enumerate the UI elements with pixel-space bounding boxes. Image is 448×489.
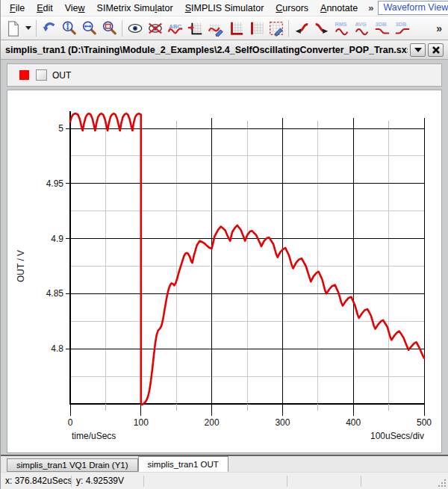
- series-color-swatch: [19, 70, 29, 80]
- menu-file[interactable]: File: [4, 1, 31, 16]
- close-icon: [432, 46, 441, 54]
- svg-text:4.8: 4.8: [51, 343, 63, 354]
- status-bar: x: 376.842uSecs y: 4.92539V: [1, 472, 448, 489]
- 3db-highpass-icon: 3DB: [393, 20, 411, 37]
- new-graph-button[interactable]: [3, 18, 23, 38]
- svg-text:200: 200: [205, 417, 220, 428]
- waveform-plot[interactable]: 010020030040050054.954.94.854.8time/uSec…: [7, 90, 442, 450]
- lowpass-3db-button[interactable]: 3DB: [372, 18, 392, 38]
- viewer-mode-value: Waveform Viewer: [379, 1, 448, 14]
- add-grid-button[interactable]: [246, 18, 266, 38]
- curve-pencil-icon: [208, 20, 224, 37]
- new-document-icon: [5, 20, 22, 37]
- svg-text:100uSecs/div: 100uSecs/div: [370, 431, 424, 441]
- avg-button[interactable]: AVG: [352, 18, 372, 38]
- grid-pencil-icon: [268, 20, 284, 37]
- menu-simetrix-simulator[interactable]: SIMetrix Simulator: [91, 1, 179, 16]
- chevron-down-icon: [414, 48, 422, 52]
- undo-button[interactable]: [39, 18, 59, 38]
- menu-bar: File Edit View SIMetrix Simulator SIMPLI…: [1, 0, 448, 16]
- eye-crossed-icon: [147, 20, 164, 37]
- chart-panel: 010020030040050054.954.94.854.8time/uSec…: [7, 90, 442, 453]
- axis-grid-icon: [228, 20, 244, 37]
- waveform-viewer-window: File Edit View SIMetrix Simulator SIMPLI…: [0, 0, 448, 489]
- svg-text:100: 100: [134, 417, 149, 428]
- abc-curve-icon: ABC: [167, 20, 184, 37]
- arrow-to-grid-icon: [187, 20, 204, 37]
- cursor-x-readout: x: 376.842uSecs: [1, 476, 71, 487]
- previous-curve-button[interactable]: [291, 18, 311, 38]
- edit-grid-button[interactable]: [266, 18, 286, 38]
- legend-panel: OUT: [7, 63, 442, 87]
- toolbar-overflow-chevron-icon[interactable]: »: [432, 22, 446, 34]
- label-curve-button[interactable]: ABC: [165, 18, 185, 38]
- edit-curve-button[interactable]: [205, 18, 225, 38]
- menu-overflow-chevron-icon[interactable]: »: [364, 2, 378, 13]
- svg-text:5: 5: [58, 123, 63, 134]
- resize-grip[interactable]: [444, 485, 446, 487]
- zoom-box-button[interactable]: [99, 18, 119, 38]
- undo-arrow-icon: [41, 20, 57, 37]
- move-curve-button[interactable]: [185, 18, 205, 38]
- viewer-mode-combobox[interactable]: Waveform Viewer: [378, 1, 448, 15]
- zoom-horizontal-icon: [81, 20, 98, 37]
- svg-text:4.85: 4.85: [46, 288, 64, 299]
- highpass-3db-button[interactable]: 3DB: [392, 18, 412, 38]
- graph-window-title: simplis_tran1 (D:\Training\Module_2_Exam…: [5, 45, 408, 55]
- svg-text:time/uSecs: time/uSecs: [72, 431, 116, 441]
- zoom-vertical-icon: [61, 20, 78, 37]
- curve-arrow-left-icon: [293, 20, 310, 37]
- zoom-box-icon: [102, 20, 118, 37]
- eye-icon: [127, 20, 143, 37]
- svg-text:4.9: 4.9: [51, 234, 63, 244]
- svg-text:4.95: 4.95: [46, 178, 64, 189]
- avg-sine-icon: AVG: [353, 20, 371, 37]
- menu-view[interactable]: View: [59, 1, 91, 16]
- 3db-lowpass-icon: 3DB: [373, 20, 391, 37]
- svg-text:500: 500: [417, 417, 432, 428]
- svg-text:3DB: 3DB: [395, 21, 406, 28]
- legend-series-label: OUT: [52, 70, 71, 81]
- svg-text:300: 300: [275, 417, 290, 428]
- rms-button[interactable]: RMS: [332, 18, 352, 38]
- graph-window-titlebar: simplis_tran1 (D:\Training\Module_2_Exam…: [1, 40, 448, 60]
- svg-text:OUT / V: OUT / V: [16, 250, 26, 282]
- zoom-y-button[interactable]: [59, 18, 79, 38]
- cursor-y-readout: y: 4.92539V: [72, 476, 143, 487]
- svg-text:400: 400: [346, 417, 361, 428]
- grid-vertical-line-icon: [248, 20, 264, 37]
- menu-annotate[interactable]: Annotate: [314, 1, 364, 16]
- curve-arrow-right-icon: [314, 20, 330, 37]
- next-curve-button[interactable]: [311, 18, 332, 38]
- svg-text:0: 0: [68, 417, 73, 428]
- rms-sine-icon: RMS: [333, 20, 351, 37]
- add-axis-button[interactable]: [225, 18, 246, 38]
- window-menu-button[interactable]: [410, 43, 426, 57]
- tab-simplis-tran1-vq1-drain[interactable]: simplis_tran1 VQ1 Drain (Y1): [7, 458, 138, 472]
- toolbar: ABC RMS AVG 3DB 3DB »: [1, 16, 448, 40]
- svg-text:RMS: RMS: [335, 21, 346, 28]
- chevron-down-icon: [25, 26, 31, 30]
- hide-curve-button[interactable]: [145, 18, 165, 38]
- graph-tab-bar: simplis_tran1 VQ1 Drain (Y1) simplis_tra…: [1, 455, 448, 472]
- window-close-button[interactable]: [428, 43, 444, 57]
- graph-client-area: OUT 010020030040050054.954.94.854.8time/…: [1, 60, 448, 455]
- svg-text:3DB: 3DB: [375, 21, 386, 28]
- svg-text:AVG: AVG: [355, 21, 367, 28]
- zoom-x-button[interactable]: [79, 18, 99, 38]
- svg-text:ABC: ABC: [169, 23, 181, 30]
- tab-simplis-tran1-out[interactable]: simplis_tran1 OUT: [138, 456, 228, 472]
- new-graph-dropdown-button[interactable]: [23, 18, 34, 38]
- menu-cursors[interactable]: Cursors: [270, 1, 314, 16]
- legend-checkbox[interactable]: [36, 69, 47, 81]
- menu-simplis-simulator[interactable]: SIMPLIS Simulator: [179, 1, 270, 16]
- show-curve-button[interactable]: [125, 18, 145, 38]
- menu-edit[interactable]: Edit: [31, 1, 59, 16]
